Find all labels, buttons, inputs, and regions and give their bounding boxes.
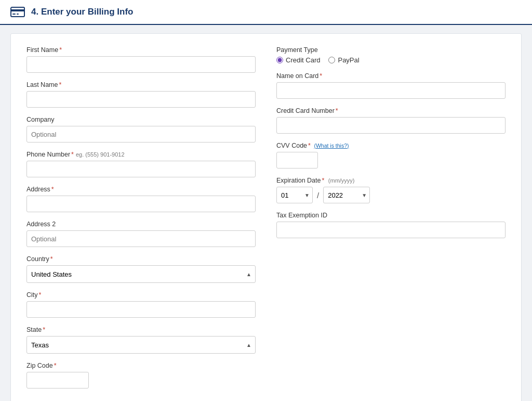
address-label: Address* <box>26 186 256 193</box>
svg-rect-0 <box>11 7 24 17</box>
cc-number-required: * <box>336 107 338 114</box>
phone-input[interactable] <box>26 161 256 177</box>
name-on-card-input[interactable] <box>276 82 506 99</box>
name-on-card-group: Name on Card* <box>276 72 506 99</box>
payment-type-label: Payment Type <box>276 46 506 54</box>
cvv-hint-link[interactable]: (What is this?) <box>314 143 349 149</box>
state-required: * <box>43 326 45 333</box>
credit-card-radio[interactable] <box>276 57 283 63</box>
expiration-group: Expiration Date* (mm/yyyy) 01020304 0506… <box>276 177 506 203</box>
state-label: State* <box>26 326 256 333</box>
paypal-radio[interactable] <box>328 57 335 63</box>
cc-number-label: Credit Card Number* <box>276 107 506 114</box>
address-group: Address* <box>26 186 256 212</box>
city-group: City* <box>26 291 256 318</box>
expiration-label: Expiration Date* (mm/yyyy) <box>276 177 506 184</box>
company-group: Company <box>26 116 256 143</box>
address2-group: Address 2 <box>26 221 256 247</box>
last-name-required: * <box>59 81 61 88</box>
country-select[interactable]: United States Canada United Kingdom Aust… <box>26 265 256 283</box>
tax-exemption-group: Tax Exemption ID <box>276 212 506 238</box>
paypal-label: PayPal <box>338 56 359 64</box>
address-required: * <box>51 186 54 193</box>
phone-required: * <box>71 151 74 158</box>
header-bar: 4. Enter your Billing Info <box>0 0 532 25</box>
zip-group: Zip Code* <box>26 362 256 389</box>
phone-hint: eg. (555) 901-9012 <box>76 151 125 158</box>
first-name-group: First Name* <box>26 46 256 73</box>
expiration-hint: (mm/yyyy) <box>328 177 355 184</box>
zip-label: Zip Code* <box>26 362 256 369</box>
first-name-required: * <box>59 46 62 54</box>
credit-card-label: Credit Card <box>286 56 320 64</box>
payment-type-options: Credit Card PayPal <box>276 56 506 64</box>
tax-exemption-input[interactable] <box>276 222 506 238</box>
country-select-wrapper: United States Canada United Kingdom Aust… <box>26 265 256 283</box>
cc-number-input[interactable] <box>276 117 506 134</box>
billing-icon <box>10 6 25 18</box>
cvv-label: CVV Code* (What is this?) <box>276 142 506 149</box>
cvv-required: * <box>308 142 311 149</box>
exp-month-wrapper: 01020304 05060708 09101112 ▼ <box>276 187 313 203</box>
expiration-separator: / <box>317 191 319 200</box>
state-group: State* AlabamaAlaskaArizonaArkansas Cali… <box>26 326 256 354</box>
left-column: First Name* Last Name* Company <box>26 46 256 397</box>
form-container: First Name* Last Name* Company <box>10 33 522 401</box>
expiration-required: * <box>322 177 324 184</box>
last-name-group: Last Name* <box>26 81 256 108</box>
svg-rect-3 <box>17 14 19 15</box>
city-label: City* <box>26 291 256 299</box>
paypal-option[interactable]: PayPal <box>328 56 359 64</box>
phone-label: Phone Number*eg. (555) 901-9012 <box>26 151 256 158</box>
form-grid: First Name* Last Name* Company <box>26 46 506 397</box>
first-name-label: First Name* <box>26 46 256 54</box>
company-label: Company <box>26 116 256 123</box>
svg-rect-2 <box>12 14 16 15</box>
country-required: * <box>50 255 53 263</box>
state-select[interactable]: AlabamaAlaskaArizonaArkansas CaliforniaC… <box>26 336 256 354</box>
cvv-input[interactable] <box>276 152 318 169</box>
last-name-input[interactable] <box>26 91 256 108</box>
exp-year-select[interactable]: 2022202320242025 20262027202820292030 <box>323 187 370 203</box>
tax-exemption-label: Tax Exemption ID <box>276 212 506 219</box>
state-select-wrapper: AlabamaAlaskaArizonaArkansas CaliforniaC… <box>26 336 256 354</box>
page-wrapper: 4. Enter your Billing Info First Name* L… <box>0 0 532 401</box>
exp-year-wrapper: 2022202320242025 20262027202820292030 ▼ <box>323 187 370 203</box>
name-on-card-label: Name on Card* <box>276 72 506 80</box>
zip-required: * <box>54 362 57 369</box>
last-name-label: Last Name* <box>26 81 256 88</box>
address2-label: Address 2 <box>26 221 256 228</box>
address2-input[interactable] <box>26 230 256 247</box>
first-name-input[interactable] <box>26 56 256 73</box>
page-title: 4. Enter your Billing Info <box>31 7 133 17</box>
address-input[interactable] <box>26 196 256 212</box>
credit-card-option[interactable]: Credit Card <box>276 56 320 64</box>
country-label: Country* <box>26 255 256 263</box>
cvv-group: CVV Code* (What is this?) <box>276 142 506 169</box>
zip-input[interactable] <box>26 372 89 389</box>
cc-number-group: Credit Card Number* <box>276 107 506 134</box>
city-input[interactable] <box>26 301 256 318</box>
name-on-card-required: * <box>320 72 322 80</box>
phone-group: Phone Number*eg. (555) 901-9012 <box>26 151 256 177</box>
city-required: * <box>39 291 42 299</box>
right-column: Payment Type Credit Card PayPal <box>276 46 506 397</box>
svg-rect-1 <box>11 9 24 11</box>
country-group: Country* United States Canada United Kin… <box>26 255 256 283</box>
company-input[interactable] <box>26 126 256 143</box>
payment-type-group: Payment Type Credit Card PayPal <box>276 46 506 64</box>
exp-month-select[interactable]: 01020304 05060708 09101112 <box>276 187 313 203</box>
expiration-row: 01020304 05060708 09101112 ▼ / 202220232… <box>276 187 506 203</box>
